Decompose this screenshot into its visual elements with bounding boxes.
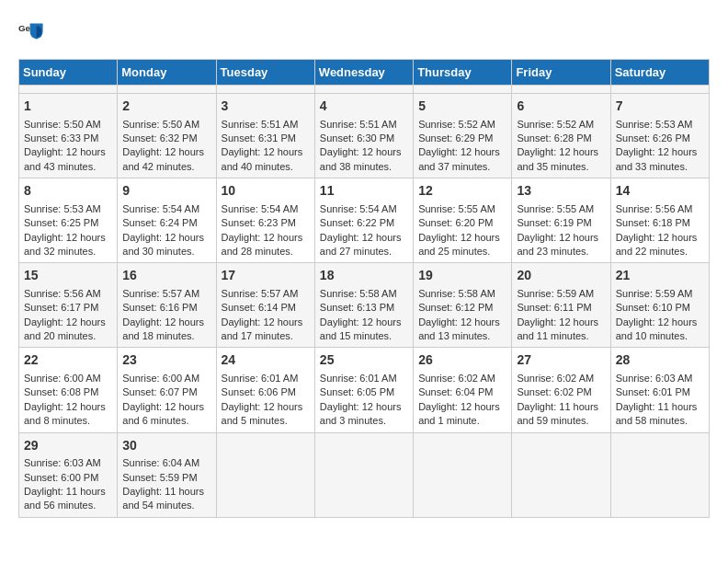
day-cell: 29Sunrise: 6:03 AMSunset: 6:00 PMDayligh… <box>19 432 118 517</box>
week-row-4: 15Sunrise: 5:56 AMSunset: 6:17 PMDayligh… <box>19 263 710 348</box>
sunrise-text: Sunrise: 5:58 AM <box>320 288 397 299</box>
sunset-text: Sunset: 6:02 PM <box>517 386 591 397</box>
logo-icon: Gen <box>18 18 44 44</box>
day-number: 18 <box>320 267 408 285</box>
daylight-text: Daylight: 12 hours and 10 minutes. <box>616 316 698 341</box>
sunset-text: Sunset: 6:25 PM <box>24 217 98 228</box>
daylight-text: Daylight: 12 hours and 17 minutes. <box>222 316 303 341</box>
sunset-text: Sunset: 6:00 PM <box>24 472 98 483</box>
day-number: 3 <box>222 98 310 116</box>
sunset-text: Sunset: 6:23 PM <box>222 217 296 228</box>
sunset-text: Sunset: 6:16 PM <box>122 302 197 313</box>
day-cell: 26Sunrise: 6:02 AMSunset: 6:04 PMDayligh… <box>414 348 512 432</box>
day-cell: 20Sunrise: 5:59 AMSunset: 6:11 PMDayligh… <box>512 263 610 348</box>
sunrise-text: Sunrise: 5:58 AM <box>418 288 495 299</box>
day-cell <box>512 432 610 517</box>
sunrise-text: Sunrise: 6:03 AM <box>616 373 693 384</box>
sunset-text: Sunset: 6:07 PM <box>122 386 197 397</box>
day-cell: 12Sunrise: 5:55 AMSunset: 6:20 PMDayligh… <box>414 178 512 263</box>
day-number: 21 <box>616 267 704 285</box>
day-cell: 8Sunrise: 5:53 AMSunset: 6:25 PMDaylight… <box>19 178 118 263</box>
day-cell <box>118 86 216 94</box>
day-cell: 24Sunrise: 6:01 AMSunset: 6:06 PMDayligh… <box>216 348 314 432</box>
sunrise-text: Sunrise: 5:59 AM <box>517 288 594 299</box>
day-number: 16 <box>122 267 210 285</box>
day-cell <box>414 86 512 94</box>
sunset-text: Sunset: 6:12 PM <box>418 302 493 313</box>
day-number: 4 <box>320 98 408 116</box>
day-number: 19 <box>418 267 506 285</box>
daylight-text: Daylight: 12 hours and 22 minutes. <box>616 232 698 257</box>
daylight-text: Daylight: 12 hours and 15 minutes. <box>320 316 402 341</box>
day-number: 15 <box>24 267 112 285</box>
day-number: 29 <box>24 437 112 455</box>
daylight-text: Daylight: 12 hours and 6 minutes. <box>122 401 204 426</box>
header-day-friday: Friday <box>512 60 610 86</box>
day-cell: 16Sunrise: 5:57 AMSunset: 6:16 PMDayligh… <box>118 263 216 348</box>
day-number: 30 <box>122 437 210 455</box>
day-number: 20 <box>517 267 605 285</box>
day-number: 26 <box>418 351 506 370</box>
day-number: 13 <box>517 182 605 201</box>
day-cell: 2Sunrise: 5:50 AMSunset: 6:32 PMDaylight… <box>118 94 216 178</box>
day-number: 23 <box>122 351 210 370</box>
day-cell <box>314 86 413 94</box>
header-day-sunday: Sunday <box>19 60 118 86</box>
sunset-text: Sunset: 6:17 PM <box>24 302 98 313</box>
day-number: 1 <box>24 98 112 116</box>
sunset-text: Sunset: 6:22 PM <box>320 217 394 228</box>
sunrise-text: Sunrise: 6:01 AM <box>222 373 299 384</box>
day-number: 12 <box>418 182 506 201</box>
calendar-table: SundayMondayTuesdayWednesdayThursdayFrid… <box>18 59 710 518</box>
day-cell: 25Sunrise: 6:01 AMSunset: 6:05 PMDayligh… <box>314 348 413 432</box>
week-row-5: 22Sunrise: 6:00 AMSunset: 6:08 PMDayligh… <box>19 348 710 432</box>
daylight-text: Daylight: 12 hours and 20 minutes. <box>24 316 106 341</box>
sunrise-text: Sunrise: 5:56 AM <box>616 203 693 214</box>
day-cell: 6Sunrise: 5:52 AMSunset: 6:28 PMDaylight… <box>512 94 610 178</box>
sunrise-text: Sunrise: 5:51 AM <box>320 119 397 130</box>
header-day-saturday: Saturday <box>610 60 709 86</box>
day-number: 2 <box>122 98 210 116</box>
day-number: 17 <box>222 267 310 285</box>
daylight-text: Daylight: 12 hours and 33 minutes. <box>616 146 698 171</box>
daylight-text: Daylight: 12 hours and 38 minutes. <box>320 146 402 171</box>
page-header: Gen <box>18 18 710 44</box>
sunrise-text: Sunrise: 5:54 AM <box>222 203 299 214</box>
sunrise-text: Sunrise: 5:52 AM <box>418 119 495 130</box>
sunset-text: Sunset: 6:05 PM <box>320 386 394 397</box>
daylight-text: Daylight: 12 hours and 32 minutes. <box>24 232 106 257</box>
sunset-text: Sunset: 6:20 PM <box>418 217 493 228</box>
daylight-text: Daylight: 12 hours and 11 minutes. <box>517 316 598 341</box>
day-cell: 28Sunrise: 6:03 AMSunset: 6:01 PMDayligh… <box>610 348 709 432</box>
daylight-text: Daylight: 11 hours and 59 minutes. <box>517 401 598 426</box>
daylight-text: Daylight: 12 hours and 18 minutes. <box>122 316 204 341</box>
day-number: 7 <box>616 98 704 116</box>
header-day-tuesday: Tuesday <box>216 60 314 86</box>
daylight-text: Daylight: 12 hours and 43 minutes. <box>24 146 106 171</box>
sunset-text: Sunset: 6:13 PM <box>320 302 394 313</box>
day-cell <box>314 432 413 517</box>
day-cell: 19Sunrise: 5:58 AMSunset: 6:12 PMDayligh… <box>414 263 512 348</box>
sunrise-text: Sunrise: 6:00 AM <box>24 373 101 384</box>
sunrise-text: Sunrise: 6:02 AM <box>517 373 594 384</box>
day-cell <box>19 86 118 94</box>
logo: Gen <box>18 18 48 44</box>
daylight-text: Daylight: 12 hours and 23 minutes. <box>517 232 598 257</box>
daylight-text: Daylight: 12 hours and 8 minutes. <box>24 401 106 426</box>
daylight-text: Daylight: 12 hours and 42 minutes. <box>122 146 204 171</box>
sunset-text: Sunset: 6:26 PM <box>616 132 690 144</box>
daylight-text: Daylight: 11 hours and 56 minutes. <box>24 486 106 511</box>
sunset-text: Sunset: 6:28 PM <box>517 132 591 144</box>
sunrise-text: Sunrise: 5:57 AM <box>122 288 199 299</box>
sunset-text: Sunset: 6:06 PM <box>222 386 296 397</box>
sunset-text: Sunset: 6:04 PM <box>418 386 493 397</box>
daylight-text: Daylight: 12 hours and 30 minutes. <box>122 232 204 257</box>
sunrise-text: Sunrise: 5:51 AM <box>222 119 299 130</box>
day-cell: 4Sunrise: 5:51 AMSunset: 6:30 PMDaylight… <box>314 94 413 178</box>
sunset-text: Sunset: 6:19 PM <box>517 217 591 228</box>
day-cell: 7Sunrise: 5:53 AMSunset: 6:26 PMDaylight… <box>610 94 709 178</box>
daylight-text: Daylight: 12 hours and 25 minutes. <box>418 232 500 257</box>
week-row-1 <box>19 86 710 94</box>
sunrise-text: Sunrise: 6:00 AM <box>122 373 199 384</box>
day-cell: 18Sunrise: 5:58 AMSunset: 6:13 PMDayligh… <box>314 263 413 348</box>
